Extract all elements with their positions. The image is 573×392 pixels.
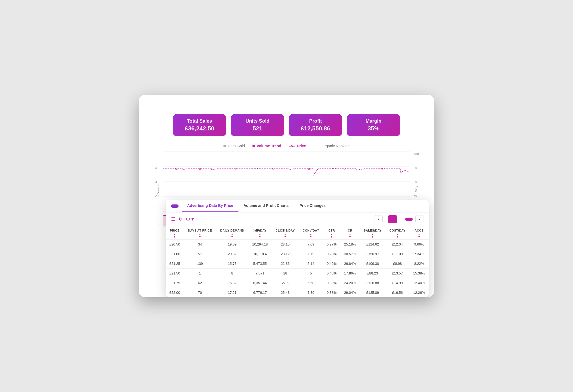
sort-down-10[interactable]: ▼ [418,236,420,238]
sort-up-7[interactable]: ▲ [349,233,351,236]
sort-up-2[interactable]: ▲ [231,233,233,236]
cell-1-2: 20.32 [216,249,248,259]
current-page [388,215,397,223]
sort-up-10[interactable]: ▲ [418,233,420,236]
sort-down-4[interactable]: ▼ [284,236,286,238]
cell-3-4: 28 [272,269,299,278]
cell-5-1: 70 [184,288,216,298]
cell-0-2: 19.09 [216,240,248,249]
tab-2[interactable]: Price Changes [294,200,331,212]
refresh-icon[interactable]: ↻ [179,216,183,222]
col-label-2: DAILY DEMAND [219,229,245,232]
sort-down-0[interactable]: ▼ [173,236,176,238]
col-label-4: CLICKS/DAY [275,229,296,232]
sort-arrows-8[interactable]: ▲ ▼ [363,233,382,238]
reset-filters-button[interactable] [171,204,179,208]
table-row: £21.2513915.735,473.5522.866.140.42%26.8… [166,259,429,269]
sort-arrows-9[interactable]: ▲ ▼ [389,233,406,238]
col-header-3: IMP/DAY ▲ ▼ [248,226,272,240]
sort-arrows-0[interactable]: ▲ ▼ [169,233,181,238]
sort-down-5[interactable]: ▼ [310,236,312,238]
legend-label-price: Price [297,144,306,148]
table-wrapper: PRICE ▲ ▼ DAYS AT PRICE ▲ ▼ DAILY DEMAND… [166,226,429,297]
sort-down-7[interactable]: ▼ [349,236,351,238]
sort-arrows-5[interactable]: ▲ ▼ [302,233,320,238]
sort-arrows-3[interactable]: ▲ ▼ [252,233,269,238]
sort-arrows-1[interactable]: ▲ ▼ [187,233,213,238]
legend-label-units-sold: Units Sold [228,144,245,148]
col-header-8: SALES/DAY ▲ ▼ [360,226,386,240]
cell-4-1: 62 [184,278,216,288]
sort-down-8[interactable]: ▼ [371,236,374,238]
sort-arrows-7[interactable]: ▲ ▼ [344,233,357,238]
cell-0-6: 0.27% [323,240,340,249]
sort-up-9[interactable]: ▲ [396,233,398,236]
tab-1[interactable]: Volume and Profit Charts [238,200,294,212]
table-row: £20.503419.0910,294.1828.157.090.27%25.1… [166,240,429,249]
legend-label-organic: Organic Ranking [322,144,350,148]
sort-up-3[interactable]: ▲ [259,233,261,236]
sort-down-6[interactable]: ▼ [331,236,333,238]
kpi-card-1: Units Sold 521 [231,114,284,136]
col-header-9: COST/DAY ▲ ▼ [386,226,409,240]
cell-0-1: 34 [184,240,216,249]
cell-2-1: 139 [184,259,216,269]
sort-down-1[interactable]: ▼ [199,236,201,238]
kpi-label-2: Profit [297,118,334,124]
cell-0-0: £20.50 [166,240,184,249]
filter-icon[interactable]: ☰ [171,216,175,222]
sort-arrows-4[interactable]: ▲ ▼ [275,233,296,238]
kpi-label-0: Total Sales [181,118,218,124]
legend-units-sold: Units Sold [223,144,245,148]
kpi-card-2: Profit £12,550.86 [289,114,342,136]
col-header-5: CONV/DAY ▲ ▼ [299,226,323,240]
col-header-0: PRICE ▲ ▼ [166,226,184,240]
cell-1-6: 0.28% [323,249,340,259]
kpi-value-0: £36,242.50 [181,125,218,132]
cell-0-9: £12.04 [386,240,409,249]
sort-down-9[interactable]: ▼ [396,236,398,238]
cell-4-5: 6.68 [299,278,323,288]
sort-up-5[interactable]: ▲ [310,233,312,236]
sort-arrows-6[interactable]: ▲ ▼ [326,233,337,238]
settings-icon[interactable]: ⚙ ▾ [186,216,194,222]
sort-up-1[interactable]: ▲ [199,233,201,236]
cell-1-5: 8.6 [299,249,323,259]
device-frame: Total Sales £36,242.50 Units Sold 521 Pr… [139,95,434,297]
kpi-value-2: £12,550.86 [297,125,334,132]
table-row: £21.50187,0712850.40%17.86%£88.23£13.571… [166,269,429,278]
cell-1-8: £150.97 [360,249,386,259]
kpi-value-3: 35% [355,125,392,132]
col-label-7: CR [344,229,357,232]
toolbar-right: ‹ › [375,215,423,223]
cell-2-6: 0.42% [323,259,340,269]
sort-up-8[interactable]: ▲ [371,233,374,236]
cell-5-3: 6,776.17 [248,288,272,298]
sort-up-0[interactable]: ▲ [173,233,176,236]
tab-0[interactable]: Advertising Data By Price [182,200,238,212]
rows-per-page-button[interactable] [405,218,413,221]
sort-down-3[interactable]: ▼ [259,236,261,238]
cell-2-10: 8.22% [409,259,429,269]
cell-3-0: £21.50 [166,269,184,278]
sort-up-6[interactable]: ▲ [331,233,333,236]
chart-legend: Units Sold Volume Trend ✕ Price Organic … [150,144,423,148]
cell-2-7: 26.84% [340,259,360,269]
cell-4-6: 0.33% [323,278,340,288]
col-header-2: DAILY DEMAND ▲ ▼ [216,226,248,240]
next-page-button[interactable]: › [415,215,423,223]
sort-up-4[interactable]: ▲ [284,233,286,236]
table-body: £20.503419.0910,294.1828.157.090.27%25.1… [166,240,429,298]
sort-arrows-2[interactable]: ▲ ▼ [219,233,245,238]
cell-5-10: 12.26% [409,288,429,298]
prev-page-button[interactable]: ‹ [375,215,383,223]
cell-4-4: 27.6 [272,278,299,288]
sort-down-2[interactable]: ▼ [231,236,233,238]
cell-5-2: 17.21 [216,288,248,298]
cell-0-4: 28.15 [272,240,299,249]
table-row: £22.007017.216,776.1725.437.390.38%29.04… [166,288,429,298]
cell-3-10: 15.38% [409,269,429,278]
sort-arrows-10[interactable]: ▲ ▼ [413,233,426,238]
cell-1-1: 57 [184,249,216,259]
cell-2-2: 15.73 [216,259,248,269]
